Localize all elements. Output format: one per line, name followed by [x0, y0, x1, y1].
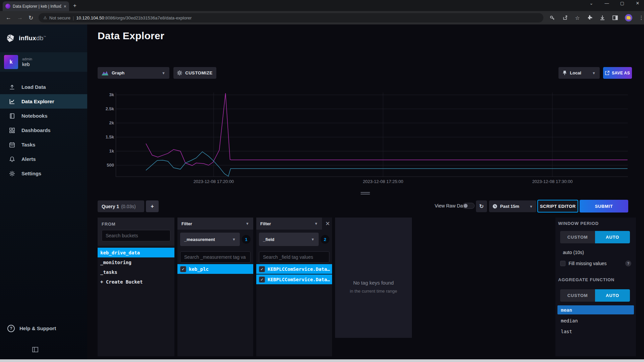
- create-bucket-button[interactable]: + Create Bucket: [98, 277, 174, 287]
- aggregate-function-label: AGGREGATE FUNCTION: [558, 277, 614, 282]
- aggregate-custom-button[interactable]: CUSTOM: [560, 289, 595, 302]
- tab-search-icon[interactable]: ⌄: [589, 1, 594, 6]
- aggregate-function-last[interactable]: last: [557, 327, 634, 336]
- search-measurement-input[interactable]: Search _measurement tag va: [180, 251, 251, 263]
- bucket-item[interactable]: _monitoring: [98, 257, 174, 267]
- search-field-input[interactable]: Search _field tag values: [259, 251, 329, 263]
- y-tick-label: 500: [107, 163, 114, 168]
- save-as-button[interactable]: SAVE AS: [603, 67, 632, 79]
- forward-button[interactable]: →: [17, 14, 23, 21]
- script-editor-button[interactable]: SCRIPT EDITOR: [537, 200, 578, 213]
- chevron-down-icon: ▼: [314, 222, 318, 226]
- tag-key-dropdown[interactable]: _field ▼: [259, 233, 319, 246]
- sidebar-item-alerts[interactable]: Alerts: [0, 152, 87, 166]
- downloads-icon[interactable]: [599, 15, 605, 21]
- influxdb-logo[interactable]: influxdb™: [0, 30, 87, 47]
- aggregate-auto-button[interactable]: AUTO: [595, 289, 630, 302]
- checkbox-checked-icon[interactable]: ✓: [259, 266, 265, 272]
- browser-tab-bar: Data Explorer | keb | InfluxDB × + ⌄ — ▢…: [0, 0, 644, 11]
- refresh-button[interactable]: ↻: [476, 200, 487, 212]
- remove-filter-icon[interactable]: ✕: [325, 220, 330, 227]
- selected-count-badge: 1: [242, 235, 251, 244]
- side-panel-icon[interactable]: [612, 15, 618, 21]
- back-button[interactable]: ←: [6, 14, 11, 21]
- reload-button[interactable]: ↻: [29, 14, 33, 21]
- sidebar-item-settings[interactable]: Settings: [0, 166, 87, 181]
- local-dropdown[interactable]: Local ▼: [558, 67, 600, 79]
- graph-type-icon: [102, 70, 108, 75]
- aggregate-function-median[interactable]: median: [557, 316, 634, 325]
- bookmark-star-icon[interactable]: ☆: [575, 15, 580, 21]
- search-buckets-input[interactable]: Search buckets: [102, 230, 170, 241]
- window-auto-button[interactable]: AUTO: [595, 231, 630, 243]
- help-tooltip-icon[interactable]: ?: [625, 260, 631, 266]
- sidebar-nav: Load DataData ExplorerNotebooksDashboard…: [0, 80, 87, 181]
- dashboards-icon: [9, 127, 15, 134]
- sidebar-item-load-data[interactable]: Load Data: [0, 80, 87, 94]
- checkbox-checked-icon[interactable]: ✓: [180, 266, 186, 272]
- address-bar[interactable]: ⚠ Not secure | 10.120.104.50:8086/orgs/3…: [39, 13, 543, 22]
- taskbar-edge: [0, 359, 644, 362]
- tag-key-label: _field: [263, 237, 274, 242]
- tag-value-row[interactable]: ✓KEBPLCComService.Data…: [256, 275, 332, 284]
- new-tab-button[interactable]: +: [73, 2, 76, 9]
- submit-button[interactable]: SUBMIT: [580, 200, 628, 213]
- sidebar-item-tasks[interactable]: Tasks: [0, 137, 87, 152]
- password-key-icon[interactable]: [549, 15, 555, 21]
- tab-title: Data Explorer | keb | InfluxDB: [13, 4, 61, 9]
- collapse-sidebar-icon[interactable]: [32, 347, 38, 354]
- browser-profile-avatar[interactable]: [625, 14, 632, 21]
- window-maximize-button[interactable]: ▢: [620, 1, 625, 6]
- extensions-puzzle-icon[interactable]: [587, 15, 593, 21]
- window-custom-button[interactable]: CUSTOM: [560, 231, 595, 243]
- browser-tab[interactable]: Data Explorer | keb | InfluxDB ×: [3, 1, 69, 11]
- help-icon: ?: [7, 325, 15, 332]
- filter-type-dropdown[interactable]: Filter ▼: [256, 218, 322, 230]
- x-tick-label: 2023-12-08 17:25:00: [363, 179, 404, 184]
- url-text: 10.120.104.50:8086/orgs/30ed21b31536a7e8…: [76, 15, 192, 20]
- bucket-item[interactable]: keb_drive_data: [98, 248, 174, 257]
- bucket-item[interactable]: _tasks: [98, 267, 174, 277]
- add-query-button[interactable]: +: [146, 200, 159, 212]
- time-series-chart[interactable]: [116, 93, 628, 177]
- fill-missing-checkbox[interactable]: [560, 261, 566, 266]
- aggregate-function-mean[interactable]: mean: [557, 305, 634, 314]
- influxdb-cube-icon: [6, 34, 15, 43]
- window-period-value: auto (10s): [563, 250, 584, 255]
- visualization-type-dropdown[interactable]: Graph ▼: [98, 67, 169, 79]
- share-icon[interactable]: [562, 15, 568, 21]
- y-tick-label: 2.5k: [106, 106, 114, 111]
- customize-button[interactable]: CUSTOMIZE: [173, 67, 216, 79]
- resize-drag-handle[interactable]: [361, 192, 370, 195]
- sidebar-item-data-explorer[interactable]: Data Explorer: [0, 94, 87, 109]
- view-raw-data-toggle[interactable]: [463, 203, 475, 209]
- tag-key-dropdown[interactable]: _measurement ▼: [180, 233, 240, 246]
- sidebar-item-notebooks[interactable]: Notebooks: [0, 109, 87, 123]
- filter-type-dropdown[interactable]: Filter ▼: [177, 218, 253, 230]
- window-close-button[interactable]: ✕: [635, 1, 640, 6]
- browser-menu-icon[interactable]: ⋮: [639, 15, 644, 21]
- checkbox-checked-icon[interactable]: ✓: [259, 277, 265, 283]
- sidebar-item-dashboards[interactable]: Dashboards: [0, 123, 87, 137]
- security-label: Not secure: [49, 15, 70, 20]
- y-tick-label: 3k: [109, 92, 114, 97]
- not-secure-icon[interactable]: ⚠: [43, 15, 47, 20]
- series-cyan: [146, 152, 628, 176]
- field-value-list: ✓KEBPLCComService.Data…✓KEBPLCComService…: [256, 264, 332, 285]
- sidebar-item-help-support[interactable]: ? Help & Support: [0, 321, 87, 336]
- settings-icon: [9, 170, 15, 177]
- tab-close-icon[interactable]: ×: [64, 4, 66, 9]
- sidebar-item-label: Data Explorer: [21, 99, 54, 104]
- tag-value-row[interactable]: ✓KEBPLCComService.Data…: [256, 264, 332, 274]
- aggregate-mode-segmented: CUSTOM AUTO: [560, 289, 630, 302]
- tag-value-row[interactable]: ✓keb_plc: [177, 264, 253, 274]
- local-label: Local: [570, 70, 581, 75]
- selected-count-badge: 2: [321, 235, 329, 244]
- y-tick-label: 2k: [109, 120, 114, 125]
- time-range-dropdown[interactable]: Past 15m ▼: [489, 200, 536, 212]
- user-widget[interactable]: k admin keb: [0, 52, 87, 72]
- window-minimize-button[interactable]: —: [604, 1, 609, 6]
- y-axis-labels: 3k2.5k2k1.5k1k500: [97, 93, 114, 177]
- save-as-label: SAVE AS: [612, 71, 630, 75]
- query-tab[interactable]: Query 1 (0.03s): [98, 200, 144, 212]
